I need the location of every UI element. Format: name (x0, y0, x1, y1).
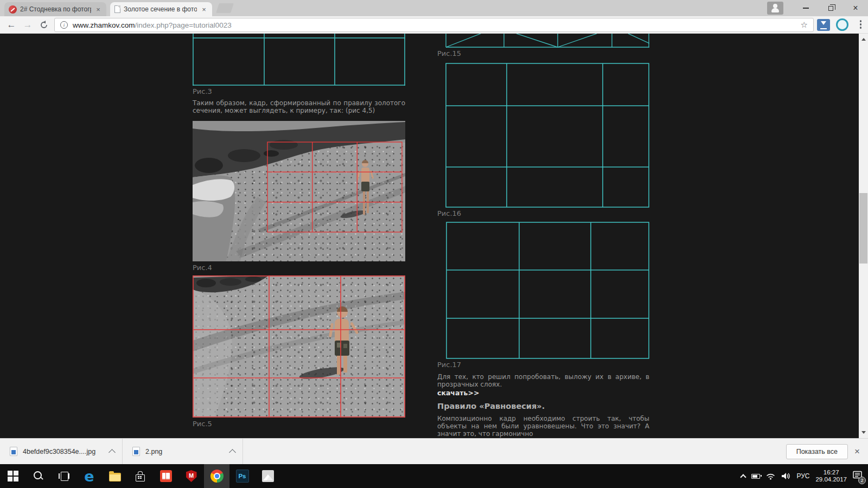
figure-5-caption: Рис.5 (193, 420, 212, 428)
figure-15-caption: Рис.15 (437, 49, 461, 57)
scroll-up-icon (861, 36, 866, 41)
tab2-close-icon[interactable]: × (200, 5, 208, 14)
forward-button[interactable]: → (21, 18, 35, 32)
chevron-up-icon[interactable] (229, 449, 236, 456)
taskbar-photos-button[interactable] (255, 464, 280, 488)
store-bag-icon (136, 474, 145, 481)
figure-16-grid (437, 63, 649, 208)
downloads-bar-close-button[interactable]: × (851, 445, 864, 458)
taskbar-explorer-button[interactable] (102, 464, 127, 488)
figure-16-caption: Рис.16 (437, 209, 461, 217)
reload-button[interactable] (37, 18, 51, 32)
task-view-icon (59, 472, 69, 480)
image-file-icon (10, 447, 17, 456)
restore-icon (828, 6, 833, 11)
tab1-favicon-icon (9, 5, 17, 14)
download-item-2[interactable]: 2.png (123, 439, 243, 464)
clock-time: 16:27 (815, 469, 847, 477)
mcafee-shield-icon: M (186, 470, 197, 482)
balance-paragraph: Композиционно кадр необходимо строить та… (437, 415, 649, 438)
archive-paragraph: Для тех, кто решил попробовать, выложу и… (437, 373, 649, 388)
taskbar-search-button[interactable] (25, 464, 51, 488)
edge-icon: e (84, 469, 94, 484)
tab2-title: Золотое сечение в фото (124, 5, 197, 13)
taskbar-chrome-button[interactable] (204, 464, 229, 488)
action-center-button[interactable]: 2 (853, 471, 863, 481)
tray-expand-icon[interactable] (741, 474, 746, 480)
tab-zolotoe-sechenie[interactable]: Золотое сечение в фото × (110, 2, 212, 16)
photos-app-icon (262, 470, 274, 482)
scrollbar-up-button[interactable] (859, 34, 868, 43)
figure-4-caption: Рис.4 (193, 264, 212, 272)
minimize-icon (803, 8, 809, 9)
notification-badge: 2 (858, 477, 866, 484)
file-explorer-icon (109, 473, 121, 481)
window-close-button[interactable]: × (843, 0, 868, 16)
close-icon: × (853, 4, 858, 12)
desktop-screen: 2# Стодневка по фотогр × Золотое сечение… (0, 0, 868, 488)
language-indicator[interactable]: РУС (796, 472, 809, 480)
volume-icon[interactable] (781, 472, 790, 480)
extension-icon[interactable] (836, 18, 848, 31)
clock-date: 29.04.2017 (815, 476, 847, 484)
tab1-title: 2# Стодневка по фотогр (20, 5, 91, 13)
start-button[interactable] (0, 464, 25, 488)
browser-tab-strip: 2# Стодневка по фотогр × Золотое сечение… (0, 0, 868, 16)
figure-4-photo (193, 121, 405, 261)
reload-icon (40, 21, 48, 29)
mail-icon (160, 470, 172, 482)
scroll-down-icon (861, 431, 866, 436)
download-filename: 4befdef9c308354e....jpg (23, 448, 101, 455)
figure-3-grid (193, 34, 405, 86)
image-file-icon (132, 447, 140, 456)
window-restore-button[interactable] (818, 0, 843, 16)
figure-15-grid (437, 34, 649, 48)
url-path: /index.php?page=tutorial0023 (135, 21, 232, 29)
taskbar-edge-button[interactable]: e (76, 464, 102, 488)
download-extension-icon[interactable] (817, 19, 830, 31)
scrollbar-thumb[interactable] (859, 193, 867, 264)
back-button[interactable]: ← (4, 18, 18, 32)
tab2-favicon-icon (114, 5, 120, 13)
windows-logo-icon (8, 471, 18, 481)
downloads-bar: 4befdef9c308354e....jpg 2.png Показать в… (0, 438, 868, 464)
taskbar-mcafee-button[interactable]: M (178, 464, 204, 488)
task-view-button[interactable] (51, 464, 76, 488)
taskbar-mail-button[interactable] (153, 464, 178, 488)
wifi-icon[interactable] (766, 473, 775, 480)
new-tab-button[interactable] (216, 3, 234, 13)
chrome-icon (210, 470, 224, 483)
figure-17-caption: Рис.17 (437, 361, 461, 369)
webpage-content: Рис.3 Таким образом, кадр, сформированны… (0, 34, 859, 438)
photoshop-icon: Ps (236, 470, 249, 483)
browser-menu-button[interactable] (860, 20, 862, 29)
page-info-icon[interactable]: i (60, 21, 68, 29)
tab1-close-icon[interactable]: × (94, 5, 102, 14)
bookmark-star-icon[interactable]: ☆ (801, 20, 808, 30)
intro-paragraph: Таким образом, кадр, сформированный по п… (193, 99, 405, 114)
download-item-1[interactable]: 4befdef9c308354e....jpg (0, 439, 123, 464)
url-host: www.zhamkov.com (73, 21, 135, 29)
window-minimize-button[interactable] (793, 0, 818, 16)
tab-stodnevka[interactable]: 2# Стодневка по фотогр × (4, 2, 106, 16)
battery-icon[interactable] (751, 474, 760, 479)
address-bar[interactable]: i www.zhamkov.com /index.php?page=tutori… (54, 18, 814, 32)
profile-avatar-button[interactable] (767, 2, 783, 15)
download-link[interactable]: скачать>> (437, 389, 479, 397)
search-icon (33, 471, 44, 481)
download-filename: 2.png (145, 448, 221, 455)
page-scrollbar[interactable] (859, 34, 868, 438)
taskbar-photoshop-button[interactable]: Ps (229, 464, 255, 488)
browser-toolbar: ← → i www.zhamkov.com /index.php?page=tu… (0, 16, 868, 34)
taskbar-clock[interactable]: 16:27 29.04.2017 (815, 469, 847, 484)
chevron-up-icon[interactable] (108, 449, 116, 456)
balance-rule-heading: Правило «Равновесия». (437, 402, 545, 410)
taskbar-store-button[interactable] (127, 464, 153, 488)
figure-17-grid (437, 222, 649, 359)
figure-5-photo (193, 275, 405, 418)
show-all-downloads-button[interactable]: Показать все (786, 444, 848, 459)
windows-taskbar: e M Ps РУС 16:27 2 (0, 464, 868, 488)
figure-3-caption: Рис.3 (193, 87, 212, 95)
scrollbar-down-button[interactable] (859, 429, 868, 438)
